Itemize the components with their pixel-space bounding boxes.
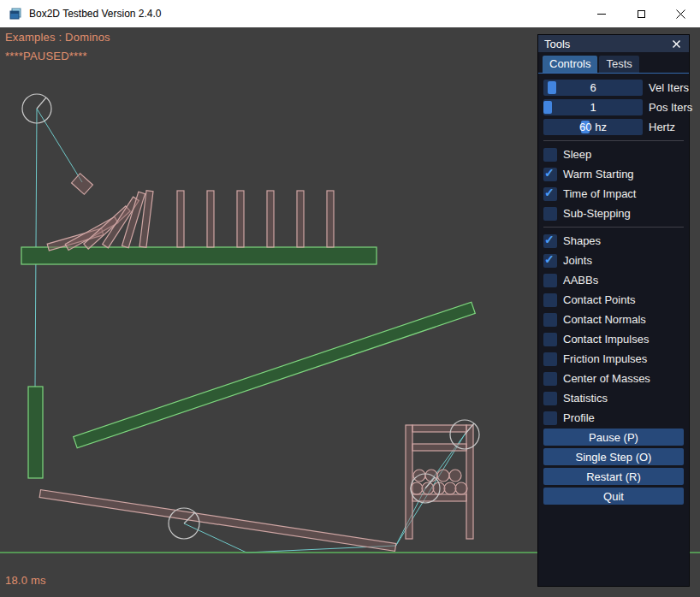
vel-iters-slider[interactable]: 6 [543,80,643,96]
paused-label: ****PAUSED**** [5,50,87,62]
checkbox-label: Contact Normals [563,313,646,326]
tab-controls-label: Controls [549,57,590,70]
quit-button[interactable]: Quit [543,488,684,505]
checkbox-contact-impulses[interactable]: ✓ Contact Impulses [543,329,684,349]
pendulum-box [72,174,93,195]
tools-tabbar: Controls Tests [538,52,689,74]
button-stack: Pause (P) Single Step (O) Restart (R) Qu… [543,429,684,505]
checkbox-label: Contact Impulses [563,333,649,346]
checkbox-sleep[interactable]: ✓ Sleep [543,145,684,164]
tilted-plank [39,490,396,552]
tools-close-button[interactable] [670,38,683,50]
checkbox-profile[interactable]: ✓ Profile [543,408,684,428]
window-controls [582,0,700,27]
tools-content: 6 Vel Iters 1 Pos Iters 60 hz Hertz [538,74,689,505]
checkbox-label: Statistics [563,392,608,405]
pos-iters-label: Pos Iters [649,101,692,114]
vertical-plank [28,387,43,478]
checkbox-label: Contact Points [563,293,636,306]
checkbox-label: Warm Starting [563,168,634,180]
checkbox-warm-starting[interactable]: ✓ Warm Starting [543,164,684,184]
checkbox-friction-impulses[interactable]: ✓ Friction Impulses [543,349,684,369]
checkbox-box: ✓ [543,333,557,346]
tools-panel-titlebar[interactable]: Tools [538,35,689,52]
example-label: Examples : Dominos [5,31,110,44]
checkbox-box: ✓ [543,207,557,221]
checkbox-joints[interactable]: ✓ Joints [543,251,684,270]
minimize-button[interactable] [582,0,621,27]
checkbox-label: Sleep [563,148,591,161]
pos-iters-slider[interactable]: 1 [543,99,643,115]
single-step-button[interactable]: Single Step (O) [543,448,684,465]
checkmark-icon: ✓ [544,233,555,246]
checkmark-icon: ✓ [544,166,555,180]
checkbox-box: ✓ [543,313,557,327]
checkbox-box: ✓ [543,411,557,425]
checkbox-sub-stepping[interactable]: ✓ Sub-Stepping [543,204,684,223]
minimize-icon [597,14,606,15]
titlebar: Box2D Testbed Version 2.4.0 [0,0,700,27]
checkbox-label: Time of Impact [563,187,636,200]
domino-shelf [21,247,377,264]
close-button[interactable] [661,0,700,27]
dynamic-bodies [39,174,473,552]
vel-iters-row: 6 Vel Iters [543,78,684,98]
checkbox-box: ✓ [543,234,557,248]
tab-tests-label: Tests [606,57,632,70]
checkmark-icon: ✓ [544,186,555,199]
checkbox-statistics[interactable]: ✓ Statistics [543,388,684,408]
tools-panel: Tools Controls Tests 6 Vel Iters [537,34,690,587]
checkbox-box: ✓ [543,293,557,307]
checkbox-label: AABBs [563,274,598,287]
app-icon [9,7,22,21]
hertz-row: 60 hz Hertz [543,117,684,137]
vel-iters-label: Vel Iters [649,81,689,94]
checkbox-contact-points[interactable]: ✓ Contact Points [543,290,684,310]
tools-close-icon [673,40,680,48]
checkbox-box: ✓ [543,274,557,287]
maximize-icon [638,10,645,18]
checkbox-box: ✓ [543,254,557,268]
checkbox-label: Shapes [563,234,601,247]
checkbox-box: ✓ [543,168,557,181]
close-icon [676,9,685,19]
checkbox-box: ✓ [543,187,557,201]
separator [543,227,684,228]
vel-iters-value: 6 [543,80,643,96]
pos-iters-row: 1 Pos Iters [543,98,684,117]
tools-panel-title: Tools [544,38,570,50]
checkbox-label: Sub-Stepping [563,207,631,220]
checkbox-label: Center of Masses [563,372,650,385]
separator [543,140,684,141]
tab-controls[interactable]: Controls [543,56,597,73]
checkbox-label: Joints [563,254,592,267]
checkbox-contact-normals[interactable]: ✓ Contact Normals [543,310,684,329]
pause-button[interactable]: Pause (P) [543,429,684,446]
checkbox-label: Friction Impulses [563,352,647,365]
checkmark-icon: ✓ [544,252,555,266]
checkbox-label: Profile [563,411,595,424]
frame-time-label: 18.0 ms [5,574,46,587]
hertz-label: Hertz [649,121,675,133]
app-window: Box2D Testbed Version 2.4.0 [0,0,700,597]
checkbox-box: ✓ [543,352,557,366]
hertz-value: 60 hz [543,119,643,135]
maximize-button[interactable] [621,0,661,27]
checkbox-time-of-impact[interactable]: ✓ Time of Impact [543,184,684,204]
checkbox-box: ✓ [543,392,557,405]
checkbox-shapes[interactable]: ✓ Shapes [543,231,684,251]
checkbox-box: ✓ [543,372,557,386]
checkbox-box: ✓ [543,148,557,162]
window-title: Box2D Testbed Version 2.4.0 [29,8,162,20]
pos-iters-value: 1 [543,99,643,115]
hertz-slider[interactable]: 60 hz [543,119,643,135]
checkbox-aabbs[interactable]: ✓ AABBs [543,270,684,290]
tab-tests[interactable]: Tests [599,56,638,73]
checkbox-center-of-masses[interactable]: ✓ Center of Masses [543,369,684,388]
restart-button[interactable]: Restart (R) [543,468,684,485]
